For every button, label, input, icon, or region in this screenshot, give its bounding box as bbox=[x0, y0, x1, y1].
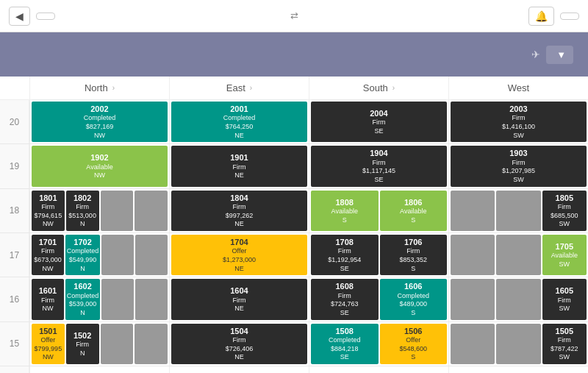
unit-cell[interactable]: 1504 Firm $726,406 NE bbox=[171, 324, 307, 364]
settings-button[interactable] bbox=[560, 13, 579, 20]
unit-cell[interactable]: 1805 Firm $685,500 SW bbox=[542, 191, 587, 231]
unit-status: Firm bbox=[512, 114, 526, 123]
cell bbox=[29, 366, 169, 373]
unit-number: 1904 bbox=[370, 148, 387, 158]
unit-number: 1704 bbox=[230, 237, 248, 247]
unit-number: 1502 bbox=[74, 330, 91, 341]
unit-direction: N bbox=[80, 265, 85, 274]
unit-cell[interactable]: 1904 Firm $1,117,145 SE bbox=[311, 146, 447, 186]
unit-cell[interactable]: 1708 Firm $1,192,954 SE bbox=[311, 235, 379, 275]
unit-price: $853,352 bbox=[399, 256, 427, 265]
unit-direction: NW bbox=[43, 353, 54, 362]
unit-cell[interactable]: 2001 Completed $764,250 NE bbox=[171, 102, 307, 142]
unit-cell[interactable] bbox=[311, 368, 447, 373]
unit-cell[interactable]: 1702 Completed $549,990 N bbox=[65, 235, 101, 275]
unit-number: 1805 bbox=[556, 193, 573, 203]
unit-status: Available bbox=[400, 207, 426, 216]
top-nav: ◀ ⇄ 🔔 bbox=[0, 0, 588, 32]
unit-status: Firm bbox=[233, 203, 246, 212]
unit-cell[interactable]: 1502 Firm N bbox=[66, 324, 99, 364]
unit-price: $685,500 bbox=[551, 212, 578, 221]
back-button[interactable]: ◀ bbox=[9, 7, 30, 26]
cell: 1505 Firm $787,422 SW bbox=[448, 322, 588, 366]
menu-button[interactable] bbox=[36, 13, 55, 20]
unit-status: Firm bbox=[338, 292, 351, 301]
unit-cell[interactable]: 1701 Firm $673,000 NW bbox=[32, 235, 64, 275]
unit-status: Firm bbox=[558, 296, 571, 305]
unit-cell[interactable] bbox=[451, 279, 495, 319]
unit-cell[interactable]: 1808 Available S bbox=[311, 191, 379, 231]
unit-cell[interactable] bbox=[451, 191, 495, 231]
grid-row: 181801 Firm $794,615 NW1802 Firm $513,00… bbox=[0, 189, 588, 233]
unit-number: 1608 bbox=[336, 281, 354, 291]
unit-cell[interactable]: 1901 Firm NE bbox=[171, 146, 307, 186]
unit-cell[interactable] bbox=[32, 368, 168, 373]
col-header-south: South › bbox=[309, 77, 448, 99]
unit-cell[interactable]: 2004 Firm SE bbox=[311, 102, 447, 142]
unit-cell[interactable]: 1705 Available SW bbox=[542, 235, 587, 275]
unit-cell[interactable] bbox=[135, 235, 168, 275]
unit-status: Firm bbox=[373, 159, 386, 168]
unit-cell[interactable] bbox=[135, 324, 168, 364]
unit-direction: SE bbox=[374, 127, 383, 136]
unit-status: Firm bbox=[41, 296, 54, 305]
cell: 1504 Firm $726,406 NE bbox=[169, 322, 309, 366]
unit-cell[interactable] bbox=[451, 235, 495, 275]
unit-cell[interactable]: 1505 Firm $787,422 SW bbox=[542, 324, 587, 364]
unit-cell[interactable] bbox=[135, 191, 168, 231]
unit-cell[interactable]: 1806 Available S bbox=[380, 191, 448, 231]
unit-status: Available bbox=[86, 163, 112, 172]
row-number: 17 bbox=[0, 233, 29, 277]
unit-direction: S bbox=[411, 265, 415, 274]
unit-cell[interactable] bbox=[135, 279, 168, 319]
location-button[interactable]: ▼ bbox=[546, 46, 573, 64]
unit-cell[interactable] bbox=[171, 368, 307, 373]
cell: 1903 Firm $1,207,985 SW bbox=[448, 144, 588, 188]
row-number: 14 bbox=[0, 366, 29, 373]
unit-cell[interactable] bbox=[451, 368, 587, 373]
cell: 2003 Firm $1,416,100 SW bbox=[448, 100, 588, 143]
unit-direction: SW bbox=[559, 305, 570, 313]
unit-cell[interactable]: 2003 Firm $1,416,100 SW bbox=[451, 102, 587, 142]
unit-cell[interactable]: 1604 Firm NE bbox=[171, 279, 307, 319]
unit-cell[interactable]: 1608 Firm $724,763 SE bbox=[311, 279, 379, 319]
unit-cell[interactable]: 1601 Firm NW bbox=[32, 279, 64, 319]
unit-price: $799,995 bbox=[35, 345, 62, 354]
unit-cell[interactable]: 1706 Firm $853,352 S bbox=[380, 235, 448, 275]
unit-cell[interactable] bbox=[101, 279, 134, 319]
unit-price: $724,763 bbox=[331, 300, 359, 309]
unit-cell[interactable]: 1602 Completed $539,000 N bbox=[65, 279, 101, 319]
nav-left: ◀ bbox=[9, 7, 55, 26]
unit-cell[interactable]: 1903 Firm $1,207,985 SW bbox=[451, 146, 587, 186]
unit-cell[interactable] bbox=[496, 279, 540, 319]
cell: 1605 Firm SW bbox=[448, 277, 588, 321]
unit-cell[interactable]: 2002 Completed $827,169 NW bbox=[32, 102, 168, 142]
unit-cell[interactable]: 1902 Available NW bbox=[32, 146, 168, 186]
unit-cell[interactable] bbox=[101, 235, 134, 275]
unit-cell[interactable] bbox=[496, 324, 540, 364]
north-label: North bbox=[85, 82, 108, 93]
cell: 1901 Firm NE bbox=[169, 144, 309, 188]
unit-cell[interactable] bbox=[101, 191, 134, 231]
unit-status: Completed bbox=[84, 114, 116, 123]
unit-number: 1902 bbox=[90, 152, 108, 163]
unit-cell[interactable] bbox=[101, 324, 134, 364]
unit-cell[interactable]: 1508 Completed $884,218 SE bbox=[311, 324, 379, 364]
unit-cell[interactable]: 1606 Completed $489,000 S bbox=[380, 279, 448, 319]
cell: 1508 Completed $884,218 SE1506 Offer $54… bbox=[309, 322, 448, 366]
unit-cell[interactable]: 1801 Firm $794,615 NW bbox=[32, 191, 65, 231]
unit-cell[interactable]: 1501 Offer $799,995 NW bbox=[32, 324, 65, 364]
grid-row: 14 bbox=[0, 366, 588, 373]
unit-cell[interactable]: 1605 Firm SW bbox=[542, 279, 587, 319]
unit-cell[interactable] bbox=[451, 324, 495, 364]
unit-number: 1504 bbox=[230, 326, 248, 336]
notification-button[interactable]: 🔔 bbox=[528, 7, 554, 26]
unit-status: Firm bbox=[233, 336, 246, 345]
unit-cell[interactable]: 1704 Offer $1,273,000 NE bbox=[171, 235, 307, 275]
unit-cell[interactable] bbox=[496, 191, 540, 231]
unit-cell[interactable] bbox=[496, 235, 540, 275]
unit-cell[interactable]: 1506 Offer $548,600 S bbox=[380, 324, 448, 364]
unit-cell[interactable]: 1804 Firm $997,262 NE bbox=[171, 191, 307, 231]
unit-cell[interactable]: 1802 Firm $513,000 N bbox=[66, 191, 99, 231]
unit-price: $997,262 bbox=[226, 212, 254, 221]
